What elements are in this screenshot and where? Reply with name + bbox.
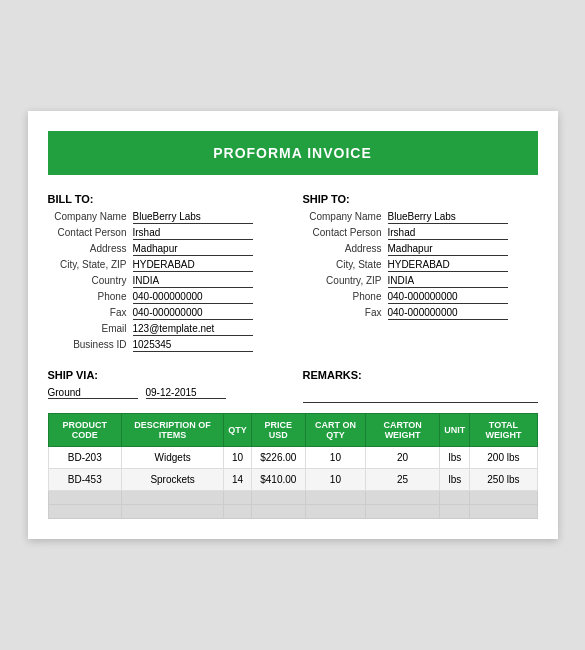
th-unit: UNIT <box>440 414 470 447</box>
table-cell: BD-453 <box>48 469 122 491</box>
th-cart-qty: CART ON QTY <box>305 414 365 447</box>
table-cell-empty <box>224 505 252 519</box>
table-cell: BD-203 <box>48 447 122 469</box>
table-cell-empty <box>251 505 305 519</box>
bill-address-value: Madhapur <box>133 243 253 256</box>
ship-fax-row: Fax 040-000000000 <box>303 307 538 320</box>
ship-date-value: 09-12-2015 <box>146 387 226 399</box>
bill-to-label: BILL TO: <box>48 193 283 205</box>
table-cell: lbs <box>440 447 470 469</box>
ship-company-row: Company Name BlueBerry Labs <box>303 211 538 224</box>
remarks-col: REMARKS: <box>303 369 538 403</box>
th-description: DESCRIPTION OF ITEMS <box>122 414 224 447</box>
table-cell: $226.00 <box>251 447 305 469</box>
bill-company-row: Company Name BlueBerry Labs <box>48 211 283 224</box>
ship-address-label: Address <box>303 243 388 254</box>
ship-company-value: BlueBerry Labs <box>388 211 508 224</box>
ship-contact-value: Irshad <box>388 227 508 240</box>
table-cell: 14 <box>224 469 252 491</box>
ship-phone-label: Phone <box>303 291 388 302</box>
table-row-empty <box>48 505 537 519</box>
table-cell-empty <box>48 491 122 505</box>
bill-country-label: Country <box>48 275 133 286</box>
billing-section: BILL TO: Company Name BlueBerry Labs Con… <box>48 193 538 355</box>
ship-company-label: Company Name <box>303 211 388 222</box>
table-cell: 200 lbs <box>470 447 537 469</box>
bill-contact-label: Contact Person <box>48 227 133 238</box>
bill-country-value: INDIA <box>133 275 253 288</box>
table-row: BD-203Widgets10$226.001020lbs200 lbs <box>48 447 537 469</box>
table-cell: lbs <box>440 469 470 491</box>
bill-fax-row: Fax 040-000000000 <box>48 307 283 320</box>
items-table: PRODUCT CODE DESCRIPTION OF ITEMS QTY PR… <box>48 413 538 519</box>
th-qty: QTY <box>224 414 252 447</box>
ship-contact-row: Contact Person Irshad <box>303 227 538 240</box>
bill-company-label: Company Name <box>48 211 133 222</box>
ship-to-col: SHIP TO: Company Name BlueBerry Labs Con… <box>303 193 538 355</box>
ship-address-row: Address Madhapur <box>303 243 538 256</box>
table-cell-empty <box>440 491 470 505</box>
bill-phone-label: Phone <box>48 291 133 302</box>
table-cell-empty <box>48 505 122 519</box>
table-cell-empty <box>365 491 439 505</box>
table-cell: 20 <box>365 447 439 469</box>
bill-contact-row: Contact Person Irshad <box>48 227 283 240</box>
bill-businessid-row: Business ID 1025345 <box>48 339 283 352</box>
ship-phone-value: 040-000000000 <box>388 291 508 304</box>
ship-fax-label: Fax <box>303 307 388 318</box>
invoice-container: PROFORMA INVOICE BILL TO: Company Name B… <box>28 111 558 539</box>
bill-email-label: Email <box>48 323 133 334</box>
table-cell-empty <box>470 491 537 505</box>
th-product-code: PRODUCT CODE <box>48 414 122 447</box>
ship-country-row: Country, ZIP INDIA <box>303 275 538 288</box>
table-row-empty <box>48 491 537 505</box>
ship-address-value: Madhapur <box>388 243 508 256</box>
ship-via-fields: Ground 09-12-2015 <box>48 387 283 399</box>
bill-to-col: BILL TO: Company Name BlueBerry Labs Con… <box>48 193 283 355</box>
table-cell: 10 <box>305 447 365 469</box>
table-cell-empty <box>122 491 224 505</box>
th-carton-weight: CARTON WEIGHT <box>365 414 439 447</box>
table-cell-empty <box>305 505 365 519</box>
th-total-weight: TOTAL WEIGHT <box>470 414 537 447</box>
bill-city-row: City, State, ZIP HYDERABAD <box>48 259 283 272</box>
remarks-line <box>303 387 538 403</box>
bill-country-row: Country INDIA <box>48 275 283 288</box>
table-row: BD-453Sprockets14$410.001025lbs250 lbs <box>48 469 537 491</box>
ship-fax-value: 040-000000000 <box>388 307 508 320</box>
table-cell: 25 <box>365 469 439 491</box>
table-cell-empty <box>365 505 439 519</box>
ship-to-label: SHIP TO: <box>303 193 538 205</box>
bill-fax-label: Fax <box>48 307 133 318</box>
bill-businessid-value: 1025345 <box>133 339 253 352</box>
ship-phone-row: Phone 040-000000000 <box>303 291 538 304</box>
table-cell-empty <box>251 491 305 505</box>
table-cell-empty <box>305 491 365 505</box>
bill-email-row: Email 123@template.net <box>48 323 283 336</box>
table-cell: $410.00 <box>251 469 305 491</box>
table-cell: Widgets <box>122 447 224 469</box>
th-price: PRICE USD <box>251 414 305 447</box>
bill-businessid-label: Business ID <box>48 339 133 350</box>
ship-city-row: City, State HYDERABAD <box>303 259 538 272</box>
table-header-row: PRODUCT CODE DESCRIPTION OF ITEMS QTY PR… <box>48 414 537 447</box>
bill-contact-value: Irshad <box>133 227 253 240</box>
table-cell-empty <box>440 505 470 519</box>
ship-city-label: City, State <box>303 259 388 270</box>
ship-contact-label: Contact Person <box>303 227 388 238</box>
table-cell: 10 <box>224 447 252 469</box>
bill-city-value: HYDERABAD <box>133 259 253 272</box>
bill-email-value: 123@template.net <box>133 323 253 336</box>
ship-via-label: SHIP VIA: <box>48 369 283 381</box>
ship-country-label: Country, ZIP <box>303 275 388 286</box>
table-cell: 250 lbs <box>470 469 537 491</box>
bill-city-label: City, State, ZIP <box>48 259 133 270</box>
bill-address-row: Address Madhapur <box>48 243 283 256</box>
bill-address-label: Address <box>48 243 133 254</box>
table-cell: Sprockets <box>122 469 224 491</box>
ship-remarks-row: SHIP VIA: Ground 09-12-2015 REMARKS: <box>48 369 538 403</box>
table-cell-empty <box>122 505 224 519</box>
invoice-title: PROFORMA INVOICE <box>48 131 538 175</box>
ship-city-value: HYDERABAD <box>388 259 508 272</box>
table-cell-empty <box>224 491 252 505</box>
